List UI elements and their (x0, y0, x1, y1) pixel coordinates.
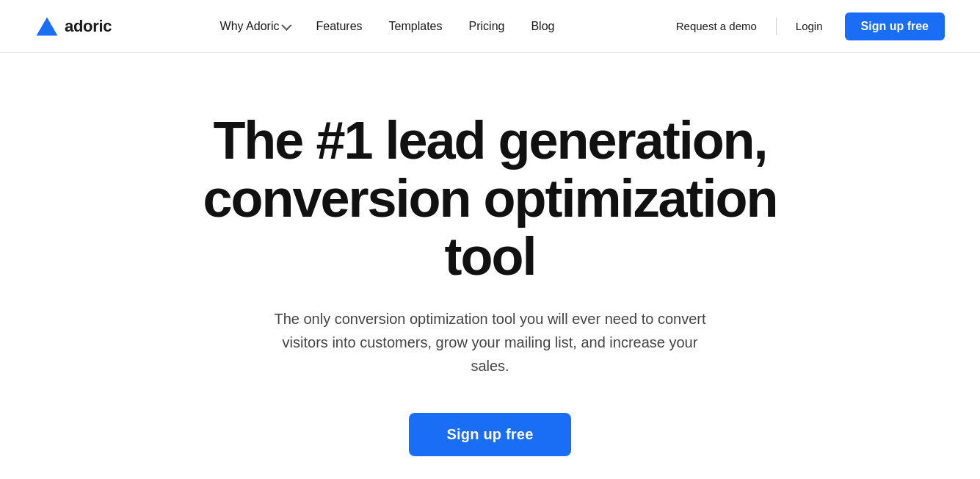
hero-subtitle: The only conversion optimization tool yo… (263, 307, 718, 378)
chevron-down-icon (282, 20, 292, 30)
nav-right-actions: Request a demo Login Sign up free (663, 12, 945, 40)
nav-item-pricing[interactable]: Pricing (459, 14, 515, 39)
nav-label-pricing: Pricing (469, 20, 505, 33)
nav-item-why-adoric[interactable]: Why Adoric (210, 14, 300, 39)
header: adoric Why Adoric Features Templates Pri… (0, 0, 980, 53)
signup-nav-button[interactable]: Sign up free (845, 12, 945, 40)
login-button[interactable]: Login (783, 14, 836, 38)
main-nav: Why Adoric Features Templates Pricing Bl… (210, 14, 565, 39)
signup-hero-button[interactable]: Sign up free (409, 413, 572, 456)
nav-divider (776, 18, 777, 35)
nav-label-blog: Blog (531, 20, 554, 33)
nav-item-blog[interactable]: Blog (520, 14, 565, 39)
hero-content: The #1 lead generation, conversion optim… (0, 53, 980, 479)
logo-link[interactable]: adoric (35, 16, 112, 37)
nav-label-features: Features (316, 20, 362, 33)
nav-item-templates[interactable]: Templates (379, 14, 453, 39)
hero-title: The #1 lead generation, conversion optim… (160, 112, 821, 287)
nav-label-templates: Templates (389, 20, 443, 33)
hero-section: The #1 lead generation, conversion optim… (0, 53, 980, 479)
nav-label-why-adoric: Why Adoric (220, 20, 280, 33)
nav-item-features[interactable]: Features (305, 14, 372, 39)
adoric-logo-icon (35, 16, 59, 37)
request-demo-button[interactable]: Request a demo (663, 14, 770, 38)
logo-text: adoric (65, 17, 112, 36)
